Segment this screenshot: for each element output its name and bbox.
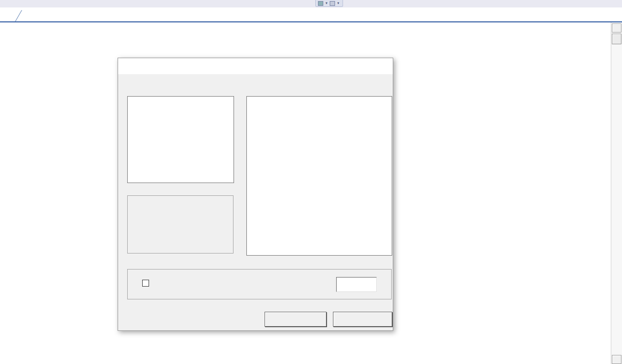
- object-listbox[interactable]: [127, 96, 234, 183]
- scroll-down-button[interactable]: [612, 355, 621, 364]
- tab-list: [9, 7, 24, 22]
- dialog-close-icon[interactable]: [372, 60, 390, 72]
- tab-lead-slash: [9, 10, 22, 22]
- data-type-selection-dialog: [118, 58, 393, 331]
- document-tab-bar: [0, 7, 622, 22]
- scroll-up-button[interactable]: [612, 23, 621, 33]
- type-category-group: [127, 195, 234, 254]
- toolbar-fragment: ▼ ▼: [315, 0, 343, 7]
- cancel-button[interactable]: [333, 312, 392, 327]
- array-checkbox[interactable]: [142, 280, 149, 287]
- scrollbar-thumb[interactable]: [612, 34, 621, 44]
- toolbar-dropdown-icon[interactable]: ▼: [325, 2, 328, 5]
- dialog-title: [118, 58, 393, 74]
- tab-bar-underline: [0, 21, 622, 22]
- toolbar-button-icon[interactable]: [318, 1, 323, 6]
- array-element-group: [127, 269, 392, 299]
- app-window: ▼ ▼: [0, 0, 622, 364]
- element-count-input[interactable]: [336, 277, 377, 292]
- vertical-scrollbar[interactable]: [611, 22, 622, 364]
- datatype-listbox[interactable]: [246, 96, 392, 256]
- top-strip: ▼ ▼: [0, 0, 622, 7]
- array-checkbox-row[interactable]: [142, 280, 153, 287]
- ok-button[interactable]: [265, 312, 326, 327]
- toolbar-button-icon[interactable]: [330, 1, 335, 6]
- toolbar-dropdown-icon[interactable]: ▼: [337, 2, 340, 5]
